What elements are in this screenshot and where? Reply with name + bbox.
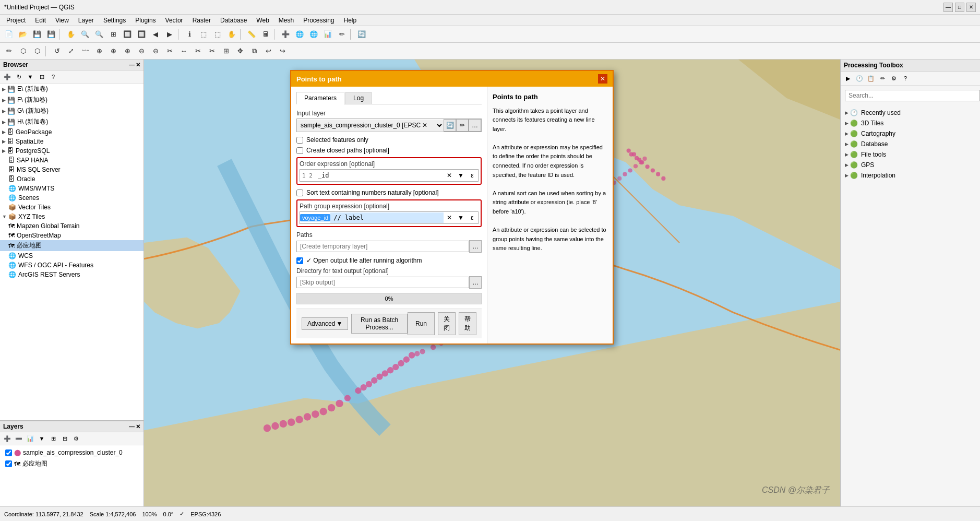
simplify-btn[interactable]: 〰 xyxy=(78,44,92,58)
layers-collapse-all-btn[interactable]: ⊟ xyxy=(59,433,70,444)
input-layer-edit-btn[interactable]: ✏ xyxy=(456,119,469,132)
delete-ring-btn[interactable]: ⊖ xyxy=(135,44,148,58)
offset-curve-btn[interactable]: ↔ xyxy=(177,44,190,58)
toolbox-item-database[interactable]: ▶ 🟢 Database xyxy=(843,139,978,149)
zoom-in-btn[interactable]: 🔍 xyxy=(78,28,92,41)
add-layer-btn[interactable]: ➕ xyxy=(279,28,292,41)
toolbox-run-btn[interactable]: ▶ xyxy=(843,73,853,84)
layer-checkbox-bing[interactable] xyxy=(5,460,12,467)
toolbox-item-interpolation[interactable]: ▶ 🟢 Interpolation xyxy=(843,170,978,181)
browser-collapse-all-btn[interactable]: ⊟ xyxy=(37,72,47,82)
selected-features-checkbox[interactable] xyxy=(296,137,303,144)
toolbox-search-input[interactable] xyxy=(845,90,980,101)
zoom-next-btn[interactable]: ▶ xyxy=(163,28,176,41)
dialog-close-footer-btn[interactable]: 关闭 xyxy=(438,312,456,335)
browser-item-arcgis[interactable]: 🌐 ArcGIS REST Servers xyxy=(0,270,144,279)
group-expr-dropdown-btn[interactable]: ▼ xyxy=(455,212,467,223)
merge-btn[interactable]: ⊞ xyxy=(219,44,233,58)
toolbox-edit-btn[interactable]: ✏ xyxy=(877,73,888,84)
browser-item-spatialite[interactable]: ▶ 🗄 SpatiaLite xyxy=(0,137,144,146)
layers-collapse-btn[interactable]: — xyxy=(129,423,135,430)
measure-btn[interactable]: 📏 xyxy=(245,28,258,41)
browser-item-vectortiles[interactable]: 📦 Vector Tiles xyxy=(0,203,144,212)
add-wfs-btn[interactable]: 🌐 xyxy=(307,28,320,41)
paths-output-btn[interactable]: … xyxy=(469,240,482,253)
menu-view[interactable]: View xyxy=(51,16,73,25)
menu-raster[interactable]: Raster xyxy=(188,16,215,25)
identify-btn[interactable]: ℹ xyxy=(183,28,196,41)
tab-log[interactable]: Log xyxy=(345,92,372,104)
open-project-btn[interactable]: 📂 xyxy=(16,28,30,41)
node-tool-btn[interactable]: ⬡ xyxy=(16,44,30,58)
browser-item-wfs[interactable]: 🌐 WFS / OGC API - Features xyxy=(0,260,144,270)
dir-output-btn[interactable]: … xyxy=(469,276,482,289)
menu-plugins[interactable]: Plugins xyxy=(131,16,160,25)
rotate-btn[interactable]: ↺ xyxy=(50,44,64,58)
redo-btn[interactable]: ↪ xyxy=(276,44,289,58)
add-wms-btn[interactable]: 🌐 xyxy=(293,28,306,41)
dialog-close-btn[interactable]: ✕ xyxy=(598,74,607,84)
run-btn[interactable]: Run xyxy=(408,312,435,335)
save-project-btn[interactable]: 💾 xyxy=(30,28,44,41)
toolbox-item-recently-used[interactable]: ▶ 🕐 Recently used xyxy=(843,108,978,118)
menu-project[interactable]: Project xyxy=(2,16,30,25)
zoom-layer-btn[interactable]: 🔲 xyxy=(121,28,134,41)
refresh-btn[interactable]: 🔄 xyxy=(355,28,368,41)
menu-settings[interactable]: Settings xyxy=(99,16,130,25)
browser-item-wmswmts[interactable]: 🌐 WMS/WMTS xyxy=(0,184,144,193)
input-layer-refresh-btn[interactable]: 🔄 xyxy=(444,119,456,132)
browser-help-btn[interactable]: ? xyxy=(48,72,58,82)
map-canvas[interactable]: CSDN @尔染君子 Points to path ✕ Parameters L… xyxy=(144,60,840,506)
menu-processing[interactable]: Processing xyxy=(299,16,338,25)
menu-help[interactable]: Help xyxy=(340,16,361,25)
batch-process-btn[interactable]: Run as Batch Process... xyxy=(351,314,408,334)
menu-mesh[interactable]: Mesh xyxy=(274,16,298,25)
group-expr-clear-btn[interactable]: ✕ xyxy=(444,212,455,223)
menu-edit[interactable]: Edit xyxy=(31,16,50,25)
advanced-btn[interactable]: Advanced ▼ xyxy=(302,317,348,330)
layer-item-bing[interactable]: 🗺 必应地图 xyxy=(2,458,141,470)
layers-open-attr-btn[interactable]: 📊 xyxy=(25,433,35,444)
browser-item-xyztiles[interactable]: ▼ 📦 XYZ Tiles xyxy=(0,212,144,221)
toolbox-history-btn[interactable]: 🕐 xyxy=(854,73,865,84)
toolbox-settings-btn[interactable]: ⚙ xyxy=(889,73,899,84)
points-to-path-dialog[interactable]: Points to path ✕ Parameters Log I xyxy=(290,70,614,345)
layers-filter-btn[interactable]: ▼ xyxy=(37,433,47,444)
input-layer-select[interactable]: sample_ais_compression_cluster_0 [EPSC ✕ xyxy=(297,120,444,131)
toggle-edit-btn[interactable]: ✏ xyxy=(335,28,349,41)
layers-close-btn[interactable]: ✕ xyxy=(136,423,140,430)
group-expr-calc-btn[interactable]: ε xyxy=(467,212,478,223)
layers-expand-btn[interactable]: ⊞ xyxy=(48,433,58,444)
menu-layer[interactable]: Layer xyxy=(74,16,98,25)
browser-item-postgresql[interactable]: ▶ 🗄 PostgreSQL xyxy=(0,146,144,156)
layer-checkbox-ais[interactable] xyxy=(5,449,12,456)
browser-item-osm[interactable]: 🗺 OpenStreetMap xyxy=(0,231,144,240)
browser-item-geopackage[interactable]: ▶ 🗄 GeoPackage xyxy=(0,127,144,137)
browser-close-btn[interactable]: ✕ xyxy=(136,62,140,68)
browser-filter-btn[interactable]: ▼ xyxy=(25,72,35,82)
tab-parameters[interactable]: Parameters xyxy=(296,92,344,104)
vertex-tool-btn[interactable]: ⬡ xyxy=(30,44,44,58)
dir-output-input[interactable] xyxy=(296,277,469,288)
order-expr-dropdown-btn[interactable]: ▼ xyxy=(455,170,467,181)
toolbox-results-btn[interactable]: 📋 xyxy=(866,73,876,84)
close-btn-window[interactable]: ✕ xyxy=(966,3,976,12)
undo-btn[interactable]: ↩ xyxy=(261,44,275,58)
group-expr-input[interactable] xyxy=(330,212,444,223)
select-btn[interactable]: ⬚ xyxy=(197,28,210,41)
attribute-table-btn[interactable]: 📊 xyxy=(321,28,334,41)
dialog-help-btn[interactable]: 帮助 xyxy=(459,312,476,335)
split-parts-btn[interactable]: ✂ xyxy=(205,44,219,58)
layers-remove-btn[interactable]: ➖ xyxy=(14,433,24,444)
open-output-checkbox[interactable] xyxy=(296,257,303,264)
browser-item-mssql[interactable]: 🗄 MS SQL Server xyxy=(0,165,144,174)
zoom-out-btn[interactable]: 🔍 xyxy=(92,28,106,41)
new-project-btn[interactable]: 📄 xyxy=(2,28,16,41)
copy-move-btn[interactable]: ⧉ xyxy=(247,44,261,58)
order-expr-calc-btn[interactable]: ε xyxy=(467,170,478,181)
browser-item-h[interactable]: ▶ 💾 H\ (新加卷) xyxy=(0,116,144,127)
add-part-btn[interactable]: ⊕ xyxy=(106,44,120,58)
open-field-calc-btn[interactable]: 🖩 xyxy=(259,28,272,41)
browser-refresh-btn[interactable]: ↻ xyxy=(14,72,24,82)
browser-add-btn[interactable]: ➕ xyxy=(2,72,13,82)
